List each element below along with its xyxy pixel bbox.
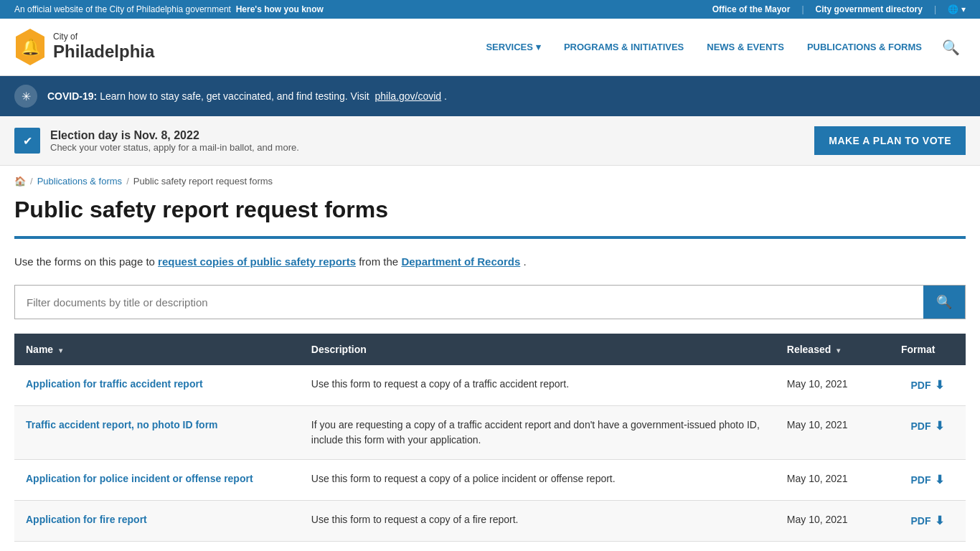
cell-name-0: Application for traffic accident report [14, 365, 300, 406]
pdf-download-3[interactable]: PDF ⬇ [901, 512, 954, 529]
breadcrumb: 🏠 / Publications & forms / Public safety… [0, 166, 980, 197]
desc-suffix: . [523, 255, 526, 268]
main-nav: SERVICES ▾ PROGRAMS & INITIATIVES NEWS &… [477, 33, 966, 62]
filter-search-icon: 🔍 [936, 295, 952, 309]
cell-released-2: May 10, 2021 [776, 460, 890, 501]
breadcrumb-sep1: / [30, 176, 33, 187]
phila-covid-link[interactable]: phila.gov/covid [375, 90, 442, 102]
pdf-download-2[interactable]: PDF ⬇ [901, 471, 954, 489]
dept-records-link[interactable]: Department of Records [401, 255, 520, 268]
desc-prefix: Use the forms on this page to [14, 255, 155, 268]
election-title: Election day is Nov. 8, 2022 [50, 129, 299, 142]
cell-format-2: PDF ⬇ [890, 460, 966, 501]
cell-format-0: PDF ⬇ [890, 365, 966, 406]
header-search-button[interactable]: 🔍 [936, 33, 966, 62]
logo-area: 🔔 City of Philadelphia [14, 27, 154, 67]
filter-input[interactable] [15, 286, 923, 319]
pdf-download-0[interactable]: PDF ⬇ [901, 377, 954, 394]
public-safety-link[interactable]: request copies of public safety reports [158, 255, 356, 268]
divider1: | [801, 4, 804, 14]
election-left: ✔ Election day is Nov. 8, 2022 Check you… [14, 128, 299, 154]
nav-news[interactable]: NEWS & EVENTS [698, 36, 793, 58]
pdf-label-0: PDF [910, 378, 930, 393]
covid-text: COVID-19: Learn how to stay safe, get va… [47, 90, 447, 102]
mayor-link[interactable]: Office of the Mayor [712, 4, 791, 14]
logo-text: City of Philadelphia [53, 32, 154, 62]
table-row: Application for fire report Use this for… [14, 501, 966, 542]
cell-desc-1: If you are requesting a copy of a traffi… [300, 406, 776, 460]
covid-banner: ✳ COVID-19: Learn how to stay safe, get … [0, 76, 980, 116]
main-content: Public safety report request forms Use t… [0, 197, 980, 551]
breadcrumb-current: Public safety report request forms [133, 176, 273, 187]
pdf-label-1: PDF [910, 419, 930, 434]
top-banner-right: Office of the Mayor | City government di… [712, 4, 966, 14]
site-header: 🔔 City of Philadelphia SERVICES ▾ PROGRA… [0, 19, 980, 76]
pdf-label-2: PDF [910, 473, 930, 488]
official-text: An official website of the City of Phila… [14, 4, 231, 14]
cell-released-0: May 10, 2021 [776, 365, 890, 406]
documents-table: Name ▾ Description Released ▾ Format App… [14, 334, 966, 542]
doc-link-0[interactable]: Application for traffic accident report [26, 378, 203, 390]
cell-desc-2: Use this form to request a copy of a pol… [300, 460, 776, 501]
home-icon: 🏠 [14, 176, 26, 187]
filter-search-button[interactable]: 🔍 [923, 286, 965, 319]
nav-programs[interactable]: PROGRAMS & INITIATIVES [555, 36, 692, 58]
desc-mid: from the [359, 255, 398, 268]
doc-link-1[interactable]: Traffic accident report, no photo ID for… [26, 419, 218, 430]
cell-desc-3: Use this form to request a copy of a fir… [300, 501, 776, 542]
breadcrumb-publications[interactable]: Publications & forms [37, 176, 123, 187]
pdf-download-1[interactable]: PDF ⬇ [901, 418, 954, 435]
col-header-format: Format [890, 334, 966, 365]
pdf-label-3: PDF [910, 514, 930, 529]
breadcrumb-home[interactable]: 🏠 [14, 176, 26, 187]
page-title: Public safety report request forms [14, 197, 966, 230]
covid-icon: ✳ [14, 85, 37, 108]
download-icon-2: ⬇ [935, 471, 944, 489]
download-icon-0: ⬇ [935, 377, 944, 394]
cell-name-3: Application for fire report [14, 501, 300, 542]
top-banner: An official website of the City of Phila… [0, 0, 980, 19]
page-description: Use the forms on this page to request co… [14, 253, 966, 270]
divider2: | [934, 4, 936, 14]
globe-icon: 🌐 [948, 4, 958, 14]
globe-arrow: ▾ [961, 4, 966, 14]
cell-name-1: Traffic accident report, no photo ID for… [14, 406, 300, 460]
col-header-name[interactable]: Name ▾ [14, 334, 300, 365]
directory-link[interactable]: City government directory [816, 4, 923, 14]
table-header-row: Name ▾ Description Released ▾ Format [14, 334, 966, 365]
name-sort-icon: ▾ [59, 347, 62, 354]
covid-main-text: Learn how to stay safe, get vaccinated, … [100, 90, 369, 102]
vote-button[interactable]: MAKE A PLAN TO VOTE [814, 126, 966, 155]
services-arrow-icon: ▾ [536, 42, 541, 52]
cell-released-1: May 10, 2021 [776, 406, 890, 460]
top-banner-left: An official website of the City of Phila… [14, 4, 324, 14]
cell-format-1: PDF ⬇ [890, 406, 966, 460]
election-icon: ✔ [14, 128, 40, 154]
cell-released-3: May 10, 2021 [776, 501, 890, 542]
election-subtitle: Check your voter status, apply for a mai… [50, 142, 299, 153]
download-icon-3: ⬇ [935, 512, 944, 529]
nav-publications[interactable]: PUBLICATIONS & FORMS [798, 36, 930, 58]
covid-suffix: . [444, 90, 447, 102]
city-of-label: City of [53, 32, 154, 42]
table-row: Traffic accident report, no photo ID for… [14, 406, 966, 460]
covid-bold: COVID-19: [47, 90, 97, 102]
title-underline [14, 236, 966, 239]
election-text: Election day is Nov. 8, 2022 Check your … [50, 129, 299, 153]
table-row: Application for traffic accident report … [14, 365, 966, 406]
doc-link-2[interactable]: Application for police incident or offen… [26, 473, 253, 484]
breadcrumb-sep2: / [126, 176, 129, 187]
cell-desc-0: Use this form to request a copy of a tra… [300, 365, 776, 406]
doc-link-3[interactable]: Application for fire report [26, 514, 147, 525]
cell-name-2: Application for police incident or offen… [14, 460, 300, 501]
svg-text:🔔: 🔔 [21, 37, 41, 57]
language-button[interactable]: 🌐 ▾ [948, 4, 966, 14]
col-header-released[interactable]: Released ▾ [776, 334, 890, 365]
how-you-know-link[interactable]: Here's how you know [236, 4, 324, 14]
table-row: Application for police incident or offen… [14, 460, 966, 501]
nav-services[interactable]: SERVICES ▾ [477, 36, 550, 58]
logo-icon: 🔔 [14, 27, 46, 67]
election-banner: ✔ Election day is Nov. 8, 2022 Check you… [0, 116, 980, 166]
filter-container: 🔍 [14, 285, 966, 319]
city-name-label: Philadelphia [53, 42, 154, 62]
